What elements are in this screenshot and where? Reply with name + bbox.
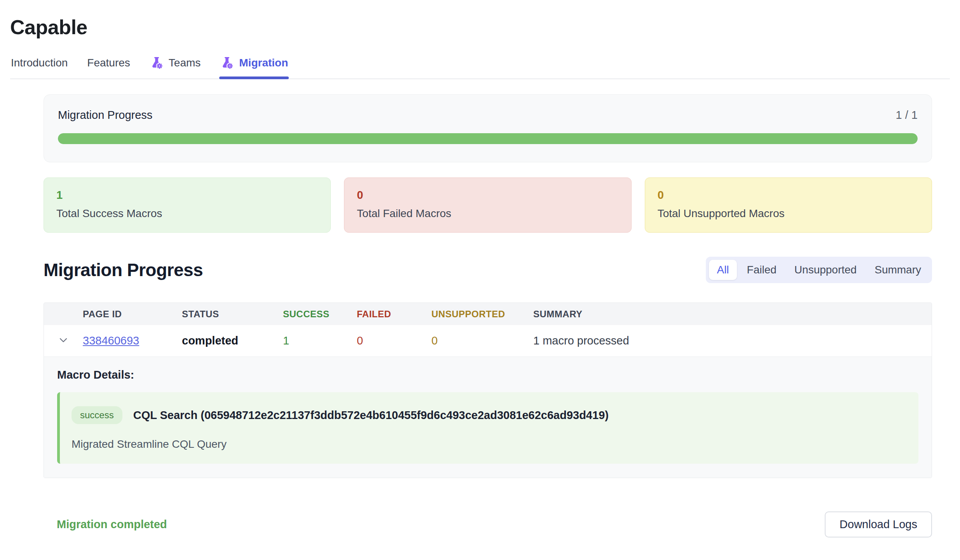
stats-row: 1 Total Success Macros 0 Total Failed Ma… — [44, 177, 932, 233]
filter-all[interactable]: All — [709, 260, 737, 280]
flask-gear-icon — [220, 56, 234, 70]
tab-introduction[interactable]: Introduction — [10, 56, 68, 78]
migration-table: PAGE ID STATUS SUCCESS FAILED UNSUPPORTE… — [44, 303, 932, 478]
row-summary: 1 macro processed — [533, 334, 932, 347]
migration-status-text: Migration completed — [57, 518, 167, 531]
row-unsupported-count: 0 — [431, 334, 533, 347]
table-row: 338460693 completed 1 0 0 1 macro proces… — [44, 325, 932, 357]
macro-detail-item: success CQL Search (065948712e2c21137f3d… — [57, 392, 918, 464]
macro-description: Migrated Streamline CQL Query — [72, 438, 907, 450]
row-failed-count: 0 — [357, 334, 431, 347]
macro-title: CQL Search (065948712e2c21137f3ddb572e4b… — [133, 409, 609, 422]
header-unsupported: UNSUPPORTED — [431, 309, 533, 320]
success-badge: success — [72, 406, 122, 424]
stat-card-success: 1 Total Success Macros — [44, 177, 331, 233]
tab-label: Migration — [239, 57, 288, 69]
tab-label: Introduction — [11, 57, 68, 69]
stat-value: 0 — [658, 189, 919, 202]
table-header-row: PAGE ID STATUS SUCCESS FAILED UNSUPPORTE… — [44, 303, 932, 325]
progress-counter: 1 / 1 — [896, 109, 918, 122]
stat-value: 0 — [357, 189, 618, 202]
filter-failed[interactable]: Failed — [739, 260, 784, 280]
row-status: completed — [182, 334, 283, 347]
stat-label: Total Success Macros — [56, 207, 318, 220]
macro-details-heading: Macro Details: — [57, 369, 918, 381]
migration-progress-card: Migration Progress 1 / 1 — [44, 94, 932, 162]
filter-summary[interactable]: Summary — [867, 260, 929, 280]
header-summary: SUMMARY — [533, 309, 932, 320]
header-status: STATUS — [182, 309, 283, 320]
stat-value: 1 — [56, 189, 318, 202]
tab-label: Features — [87, 57, 130, 69]
header-success: SUCCESS — [283, 309, 357, 320]
header-page-id: PAGE ID — [83, 309, 182, 320]
macro-details-section: Macro Details: success CQL Search (06594… — [44, 357, 932, 478]
flask-gear-icon — [150, 56, 164, 70]
header-failed: FAILED — [357, 309, 431, 320]
tab-teams[interactable]: Teams — [149, 56, 201, 78]
download-logs-button[interactable]: Download Logs — [825, 511, 932, 537]
progress-card-title: Migration Progress — [58, 109, 152, 122]
row-expander-button[interactable] — [56, 332, 71, 349]
row-success-count: 1 — [283, 334, 357, 347]
chevron-down-icon — [57, 334, 70, 348]
stat-label: Total Failed Macros — [357, 207, 618, 220]
tabbar: Introduction Features — [10, 56, 950, 79]
progress-bar-fill — [58, 133, 918, 144]
migration-tab-content: Migration Progress 1 / 1 1 Total Success… — [44, 94, 932, 537]
page-title: Capable — [10, 16, 960, 39]
tab-migration[interactable]: Migration — [219, 56, 289, 78]
filter-unsupported[interactable]: Unsupported — [787, 260, 864, 280]
tab-label: Teams — [169, 57, 201, 69]
section-title: Migration Progress — [44, 259, 203, 280]
page-id-link[interactable]: 338460693 — [83, 334, 139, 347]
stat-card-failed: 0 Total Failed Macros — [344, 177, 631, 233]
stat-label: Total Unsupported Macros — [658, 207, 919, 220]
tab-features[interactable]: Features — [86, 56, 131, 78]
progress-bar-track — [58, 133, 918, 144]
stat-card-unsupported: 0 Total Unsupported Macros — [645, 177, 932, 233]
filter-group: All Failed Unsupported Summary — [706, 257, 932, 283]
